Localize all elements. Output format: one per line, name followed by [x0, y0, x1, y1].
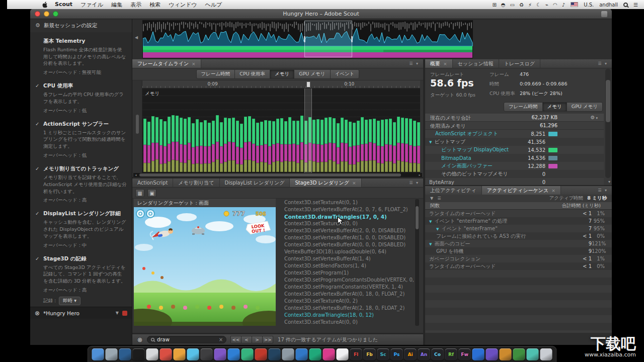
frame-bar[interactable] — [252, 119, 255, 172]
collapse-icon[interactable]: ◀ — [135, 35, 138, 40]
frame-bar[interactable] — [216, 115, 219, 172]
frame-bar[interactable] — [397, 117, 400, 172]
frame-bar[interactable] — [200, 122, 203, 172]
expand-icon[interactable]: ▼ — [429, 242, 433, 246]
volume-icon[interactable]: ♪ — [562, 2, 565, 8]
dock-icon-14[interactable] — [282, 348, 294, 360]
frame-bar[interactable] — [240, 124, 243, 172]
dock-icon-9[interactable] — [214, 348, 226, 360]
search-input[interactable] — [157, 337, 217, 342]
dock-icon-2[interactable] — [119, 348, 131, 360]
frame-bar[interactable] — [316, 119, 319, 172]
playhead-handle[interactable] — [306, 81, 310, 87]
frame-bar[interactable] — [341, 118, 344, 172]
timeline-tab-0[interactable]: フレームタイムライン× — [132, 59, 201, 68]
frame-bar[interactable] — [296, 121, 299, 172]
frame-bar[interactable] — [280, 118, 283, 172]
activity-tab-0[interactable]: 上位アクティビティ — [425, 186, 482, 195]
filter-icon[interactable]: ▼ — [116, 311, 119, 315]
search-field[interactable]: × — [147, 336, 226, 343]
dock-icon-13[interactable] — [269, 348, 281, 360]
frame-bar[interactable] — [405, 118, 408, 172]
command-row[interactable]: Context3D.setVertexBufferAt(2, 0, 0, DIS… — [277, 227, 414, 234]
memory-total-row[interactable]: 現在のメモリ合計 62,237 KB ⚙▾ — [425, 114, 604, 122]
dock-icon-19[interactable]: Fl — [350, 348, 362, 360]
memory-row[interactable]: その他のビットマップメモリ0 — [425, 170, 604, 178]
power-icon[interactable]: ⚡ — [528, 2, 532, 8]
display-icon[interactable]: ⊞ — [492, 2, 496, 8]
command-row[interactable]: Context3D.setTextureAt(0, 0) — [277, 319, 414, 326]
command-row[interactable]: VertexBuffer3D(18).uploadDouble(0, 64) — [277, 248, 414, 255]
activity-row[interactable]: ランタイムのオーバーヘッド< 11% — [425, 210, 612, 217]
frame-bar[interactable] — [333, 118, 336, 172]
close-icon[interactable]: × — [551, 188, 555, 193]
dock-icon-30[interactable] — [500, 348, 512, 360]
dock-icon-22[interactable]: Ps — [391, 348, 403, 360]
dock-icon-3[interactable] — [133, 348, 145, 360]
dock-icon-11[interactable] — [242, 348, 254, 360]
panel-menu-icon[interactable]: ☰ ▾ — [405, 59, 423, 68]
dock-icon-1[interactable] — [106, 348, 118, 360]
dock-icon-10[interactable] — [228, 348, 240, 360]
clear-search-icon[interactable]: × — [219, 337, 223, 342]
section-title[interactable]: ✓CPU 使用率 — [35, 82, 127, 89]
frame-bar[interactable] — [143, 119, 146, 172]
dock-icon-20[interactable]: Fb — [364, 348, 376, 360]
dock-icon-6[interactable] — [174, 348, 186, 360]
expand-icon[interactable]: ▼ — [429, 220, 433, 224]
frame-bar[interactable] — [256, 123, 259, 172]
command-row[interactable]: Context3D.setProgramConstants(VERTEX, 1,… — [277, 284, 414, 291]
overview-selection[interactable] — [304, 21, 352, 57]
frame-bar[interactable] — [417, 122, 420, 172]
frame-bar[interactable] — [413, 121, 416, 172]
session-overview-chart[interactable] — [142, 20, 473, 58]
memory-row[interactable]: メイン画面バッファー12,288 — [425, 162, 604, 170]
timeline-gutter-handle[interactable] — [136, 115, 139, 134]
record-dropdown[interactable]: 即時 ▾ — [59, 297, 80, 305]
summary-tab-1[interactable]: セッション情報 — [453, 59, 499, 68]
command-row[interactable]: Context3D.setTextureAt(0, 1) — [277, 199, 414, 206]
frame-bar[interactable] — [164, 121, 167, 172]
activity-row[interactable]: フレームに接続されている AS3 の実行< 10% — [425, 232, 612, 240]
dock-icon-7[interactable] — [187, 348, 199, 360]
frame-bar[interactable] — [212, 121, 215, 172]
panel-menu-icon[interactable]: ☰ ▾ — [594, 59, 612, 68]
activity-tab-1[interactable]: アクティビティシーケンス× — [482, 186, 561, 195]
section-title[interactable]: ✓Stage3D の記録 — [35, 255, 127, 262]
command-list-scrollbar[interactable] — [415, 199, 419, 326]
command-row[interactable]: Context3D.setVertexBufferAt(1, 0, 0, DIS… — [277, 234, 414, 241]
dock-icon-29[interactable] — [486, 348, 498, 360]
panel-menu-icon[interactable]: ☰ ▾ — [594, 186, 612, 195]
render-tab-1[interactable]: メモリ割り当て — [173, 178, 219, 187]
render-tab-3[interactable]: Stage3D レンダリング× — [290, 178, 361, 187]
frame-bar[interactable] — [337, 123, 340, 172]
frame-bar[interactable] — [147, 122, 150, 172]
dock-icon-8[interactable] — [201, 348, 213, 360]
summary-view-button-2[interactable]: GPU メモリ — [567, 102, 603, 112]
grid-view-icon[interactable]: ▦ — [135, 189, 144, 197]
activity-row[interactable]: ▼ イベント "enterFrame" の処理795% — [425, 217, 612, 225]
list-view-icon[interactable]: ☰ — [437, 196, 441, 201]
dock-icon-24[interactable]: An — [418, 348, 430, 360]
dock-icon-33[interactable] — [540, 348, 552, 360]
dock-icon-28[interactable] — [472, 348, 485, 360]
frame-bar[interactable] — [236, 121, 239, 172]
timeline-view-button-1[interactable]: CPU 使用率 — [234, 69, 270, 79]
search-nav-2[interactable]: > — [252, 336, 263, 343]
search-nav-3[interactable]: >> — [262, 336, 273, 343]
apple-icon[interactable] — [42, 2, 48, 8]
command-row[interactable]: Context3D.setVertexBufferAt(0, 0, 0, DIS… — [277, 241, 414, 248]
activity-row[interactable]: ▼ 画面へのコピー9121% — [425, 240, 612, 247]
frame-bar[interactable] — [188, 117, 191, 172]
search-nav-1[interactable]: < — [241, 336, 252, 343]
close-search-icon[interactable]: ⊗ — [137, 337, 142, 343]
frame-bar[interactable] — [248, 116, 251, 172]
gear-icon[interactable]: ⚙▾ — [591, 115, 598, 120]
dock-icon-21[interactable]: Sc — [377, 348, 389, 360]
filter-icon[interactable]: ▼ — [430, 196, 433, 201]
memory-row[interactable]: ビットマップ DisplayObject14,532 — [425, 146, 604, 154]
frame-bar[interactable] — [244, 117, 247, 172]
frame-bar[interactable] — [204, 120, 207, 172]
chat-icon[interactable]: ◓ — [501, 2, 506, 8]
dock-icon-27[interactable]: Fw — [459, 348, 471, 360]
